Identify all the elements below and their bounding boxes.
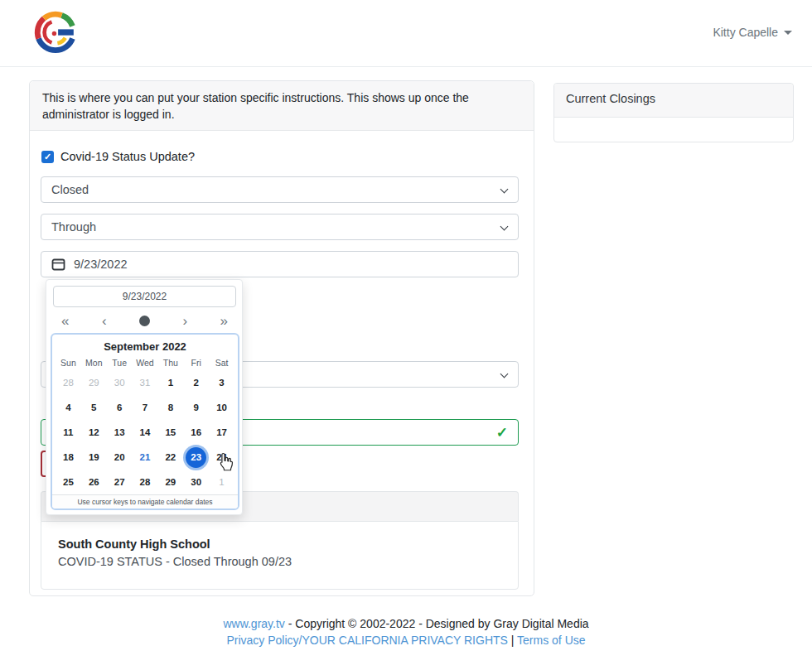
calendar-day[interactable]: 27 (107, 470, 133, 494)
chevron-down-icon (500, 370, 509, 378)
covid-status-checkbox-row[interactable]: ✓ Covid-19 Status Update? (41, 150, 195, 163)
duration-select[interactable]: Through (41, 214, 519, 240)
top-header: Kitty Capelle (0, 0, 812, 67)
status-select[interactable]: Closed (41, 176, 519, 203)
gray-tv-link[interactable]: www.gray.tv (223, 617, 284, 630)
calendar-day[interactable]: 2 (183, 370, 209, 395)
gray-tv-logo-icon[interactable] (33, 10, 78, 55)
weekday-label: Fri (183, 358, 209, 368)
closing-entry-card: South County High School COVID-19 STATUS… (41, 521, 519, 590)
calendar-day[interactable]: 30 (107, 370, 133, 395)
page: Kitty Capelle This is where you can put … (0, 0, 812, 670)
calendar-day[interactable]: 25 (56, 470, 81, 494)
weekday-label: Tue (107, 358, 133, 368)
calendar-day[interactable]: 11 (56, 420, 81, 445)
closing-entry-name: South County High School (58, 537, 501, 551)
calendar-day[interactable]: 12 (81, 420, 107, 445)
calendar-day[interactable]: 1 (209, 470, 234, 494)
valid-checkmark-icon: ✓ (496, 424, 508, 441)
weekday-label: Sun (56, 358, 81, 368)
calendar-day[interactable]: 15 (157, 420, 183, 445)
next-month-button[interactable]: › (182, 314, 187, 328)
calendar-day[interactable]: 1 (157, 370, 183, 395)
calendar-day[interactable]: 17 (209, 420, 234, 445)
page-footer: www.gray.tv - Copyright © 2002-2022 - De… (0, 615, 812, 649)
calendar-day[interactable]: 21 (133, 445, 158, 470)
chevron-down-icon (784, 31, 792, 35)
weekday-label: Sat (209, 358, 234, 368)
legal-links-line: Privacy Policy/YOUR CALIFORNIA PRIVACY R… (0, 632, 812, 648)
calendar-day[interactable]: 7 (133, 395, 158, 420)
calendar-day[interactable]: 28 (56, 370, 81, 395)
copyright-text: - Copyright © 2002-2022 - Designed by Gr… (285, 617, 589, 630)
mouse-cursor-icon (217, 452, 234, 472)
user-menu[interactable]: Kitty Capelle (713, 26, 792, 39)
calendar-day[interactable]: 20 (107, 445, 133, 470)
datepicker-nav: « ‹ › » (53, 310, 236, 331)
user-name-label: Kitty Capelle (713, 26, 778, 39)
date-input-value: 9/23/2022 (74, 258, 128, 271)
duration-select-value: Through (51, 220, 96, 234)
chevron-down-icon (500, 186, 509, 194)
calendar-day[interactable]: 19 (81, 445, 107, 470)
calendar-day[interactable]: 23 (183, 445, 209, 470)
closing-entry-status: COVID-19 STATUS - Closed Through 09/23 (58, 555, 501, 568)
calendar-day[interactable]: 5 (81, 395, 107, 420)
terms-of-use-link[interactable]: Terms of Use (517, 634, 585, 647)
current-closings-title: Current Closings (554, 84, 793, 118)
calendar-day[interactable]: 3 (209, 370, 234, 395)
calendar-icon (51, 258, 65, 271)
calendar-grid: 2829303112345678910111213141516171819202… (56, 370, 234, 494)
chevron-down-icon (500, 223, 509, 231)
calendar-day[interactable]: 18 (56, 445, 81, 470)
calendar-day[interactable]: 26 (81, 470, 107, 494)
current-closings-card: Current Closings (553, 83, 794, 142)
calendar-day[interactable]: 29 (157, 470, 183, 494)
previous-year-button[interactable]: « (61, 314, 69, 328)
calendar-day[interactable]: 31 (133, 370, 158, 395)
calendar-day[interactable]: 8 (157, 395, 183, 420)
calendar-day[interactable]: 22 (157, 445, 183, 470)
calendar-day[interactable]: 28 (133, 470, 158, 494)
calendar-day[interactable]: 4 (56, 395, 81, 420)
covid-checkbox-label: Covid-19 Status Update? (60, 150, 195, 163)
date-input[interactable]: 9/23/2022 (41, 251, 519, 277)
instructions-banner: This is where you can put your station s… (30, 81, 534, 131)
calendar-month-title: September 2022 (52, 340, 238, 353)
calendar-weekday-row: SunMonTueWedThuFriSat (56, 358, 234, 368)
datepicker-popup: 9/23/2022 « ‹ › » September 2022 SunMonT… (46, 279, 243, 515)
calendar-day[interactable]: 16 (183, 420, 209, 445)
privacy-policy-link[interactable]: Privacy Policy/YOUR CALIFORNIA PRIVACY R… (226, 634, 507, 647)
weekday-label: Mon (81, 358, 107, 368)
next-year-button[interactable]: » (220, 314, 228, 328)
previous-month-button[interactable]: ‹ (102, 314, 107, 328)
calendar-day[interactable]: 29 (81, 370, 107, 395)
calendar-day[interactable]: 30 (183, 470, 209, 494)
weekday-label: Wed (133, 358, 158, 368)
calendar: September 2022 SunMonTueWedThuFriSat 282… (51, 333, 239, 510)
today-button[interactable] (139, 316, 150, 326)
status-select-value: Closed (51, 183, 89, 196)
calendar-hint: Use cursor keys to navigate calendar dat… (52, 494, 238, 509)
copyright-line: www.gray.tv - Copyright © 2002-2022 - De… (0, 615, 812, 632)
datepicker-date-input[interactable]: 9/23/2022 (53, 286, 236, 307)
links-separator: | (508, 634, 517, 647)
weekday-label: Thu (157, 358, 183, 368)
calendar-day[interactable]: 9 (183, 395, 209, 420)
calendar-day[interactable]: 6 (107, 395, 133, 420)
calendar-day[interactable]: 13 (107, 420, 133, 445)
calendar-day[interactable]: 14 (133, 420, 158, 445)
checked-checkbox-icon[interactable]: ✓ (41, 151, 54, 163)
calendar-day[interactable]: 10 (209, 395, 234, 420)
